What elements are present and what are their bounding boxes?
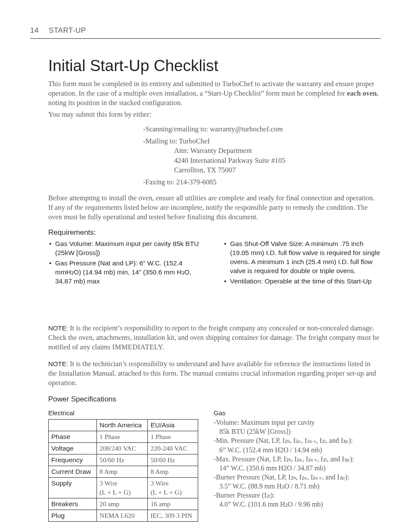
gas-max-pressure: -Max. Pressure (Nat, LP, I₂ₕ, I₂ₑ, I₂ₑ₊,…	[214, 454, 381, 464]
col-north-america: North America	[97, 419, 148, 431]
note-label: NOTE:	[48, 360, 68, 367]
submit-mail-l1: Attn: Warranty Department	[174, 146, 381, 156]
submit-mail-lead: -Mailing to: TurboChef	[143, 137, 381, 146]
requirements-heading: Requirements:	[48, 228, 381, 238]
req-item: Ventilation: Operable at the time of thi…	[223, 277, 381, 286]
table-row: Current Draw 8 Amp 8 Amp	[49, 466, 198, 478]
electrical-column: Electrical North America EU/Asia Phase 1…	[48, 409, 198, 522]
cell: 16 amp	[148, 498, 198, 510]
cell: 3 Wire (L + L + G)	[97, 478, 148, 498]
note2-text: It is the technician’s responsibility to…	[48, 360, 376, 387]
cell: 8 Amp	[148, 466, 198, 478]
cell: 1 Phase	[97, 431, 148, 442]
row-head: Supply	[49, 478, 97, 498]
intro-text-1: This form must be completed in its entir…	[48, 80, 374, 97]
cell: 220-240 VAC	[148, 442, 198, 454]
req-item: Gas Shut-Off Valve Size: A minimum .75 i…	[223, 240, 381, 276]
table-row: Supply 3 Wire (L + L + G) 3 Wire (L + L …	[49, 478, 198, 498]
running-header: 14 START-UP	[30, 26, 381, 36]
gas-volume-val: 85k BTU (25kW [Gross])	[214, 427, 381, 436]
electrical-label: Electrical	[48, 409, 198, 417]
intro-bold: each oven	[347, 89, 377, 97]
cell: IEC, 309 3 PIN	[148, 510, 198, 521]
submit-options: -Scanning/emailing to: warranty@turboche…	[143, 124, 381, 187]
gas-burner-pressure-a-val: 3.5” W.C. (88.9 mm H₂O / 8.71 mb)	[214, 482, 381, 491]
note1-text: It is the recipient’s responsibility to …	[48, 324, 380, 352]
table-row: Breakers 20 amp 16 amp	[49, 498, 198, 510]
cell: 8 Amp	[97, 466, 148, 478]
gas-burner-pressure-b-val: 4.0” W.C. (101.6 mm H₂O / 9.96 mb)	[214, 500, 381, 509]
requirements-columns: Gas Volume: Maximum input per cavity 85k…	[48, 240, 381, 287]
note-label: NOTE:	[48, 324, 68, 332]
page-number: 14	[30, 26, 39, 36]
cell: 1 Phase	[148, 431, 198, 442]
row-head: Frequency	[49, 454, 97, 466]
col-eu-asia: EU/Asia	[148, 419, 198, 431]
cell: NEMA L620	[97, 510, 148, 521]
req-item: Gas Pressure (Nat and LP): 6” W.C. (152.…	[48, 259, 206, 286]
submit-scan: -Scanning/emailing to: warranty@turboche…	[143, 124, 381, 134]
note1-immediately: IMMEDIATELY.	[112, 343, 164, 351]
cell: 50/60 Hz	[97, 454, 148, 466]
header-rule	[30, 38, 381, 39]
requirements-left-col: Gas Volume: Maximum input per cavity 85k…	[48, 240, 206, 287]
req-item: Gas Volume: Maximum input per cavity 85k…	[48, 240, 206, 258]
table-row: Frequency 50/60 Hz 50/60 Hz	[49, 454, 198, 466]
page-title: Initial Start-Up Checklist	[48, 55, 381, 77]
table-corner	[49, 419, 97, 431]
table-header-row: North America EU/Asia	[49, 419, 198, 431]
gas-burner-pressure-a: -Burner Pressure (Nat, LP, I₂ₕ, I₂ₑ, I₂ₑ…	[214, 473, 381, 482]
intro-paragraph: This form must be completed in its entir…	[48, 79, 381, 108]
submit-lead: You may submit this form by either:	[48, 110, 381, 119]
section-name: START-UP	[49, 26, 86, 34]
requirements-right-list: Gas Shut-Off Valve Size: A minimum .75 i…	[223, 240, 381, 286]
before-paragraph: Before attempting to install the oven, e…	[48, 193, 381, 222]
notes: NOTE: It is the recipient’s responsibili…	[48, 324, 381, 388]
cell: 50/60 Hz	[148, 454, 198, 466]
gas-volume: -Volume: Maximum input per cavity	[214, 418, 381, 427]
electrical-table: North America EU/Asia Phase 1 Phase 1 Ph…	[48, 419, 198, 522]
row-head: Breakers	[49, 498, 97, 510]
gas-min-pressure-val: 6” W.C. (152.4 mm H2O / 14.94 mb)	[214, 445, 381, 454]
row-head: Plug	[49, 510, 97, 521]
table-row: Phase 1 Phase 1 Phase	[49, 431, 198, 442]
gas-burner-pressure-b: -Burner Pressure (I₂ₗ):	[214, 491, 381, 500]
submit-mail-l3: Carrollton, TX 75007	[174, 165, 381, 175]
table-row: Voltage 208/240 VAC 220-240 VAC	[49, 442, 198, 454]
gas-column: Gas -Volume: Maximum input per cavity 85…	[214, 409, 381, 509]
page-content: Initial Start-Up Checklist This form mus…	[48, 55, 381, 522]
requirements-right-col: Gas Shut-Off Valve Size: A minimum .75 i…	[223, 240, 381, 287]
power-spec-heading: Power Specifications	[48, 395, 381, 404]
gas-min-pressure: -Min. Pressure (Nat, LP, I₂ₕ, I₂ₑ, I₂ₑ₊,…	[214, 436, 381, 445]
requirements-left-list: Gas Volume: Maximum input per cavity 85k…	[48, 240, 206, 286]
cell: 208/240 VAC	[97, 442, 148, 454]
note-2: NOTE: It is the technician’s responsibil…	[48, 359, 381, 388]
row-head: Phase	[49, 431, 97, 442]
row-head: Current Draw	[49, 466, 97, 478]
note-1: NOTE: It is the recipient’s responsibili…	[48, 324, 381, 352]
cell: 20 amp	[97, 498, 148, 510]
cell: 3 Wire (L + L + G)	[148, 478, 198, 498]
power-spec-columns: Electrical North America EU/Asia Phase 1…	[48, 409, 381, 522]
submit-fax: -Faxing to: 214-379-6085	[143, 177, 381, 187]
table-row: Plug NEMA L620 IEC, 309 3 PIN	[49, 510, 198, 521]
submit-mail-l2: 4240 International Parkway Suite #105	[174, 156, 381, 165]
gas-max-pressure-val: 14” W.C. (350.6 mm H2O / 34.87 mb)	[214, 464, 381, 473]
row-head: Voltage	[49, 442, 97, 454]
gas-label: Gas	[214, 409, 381, 417]
